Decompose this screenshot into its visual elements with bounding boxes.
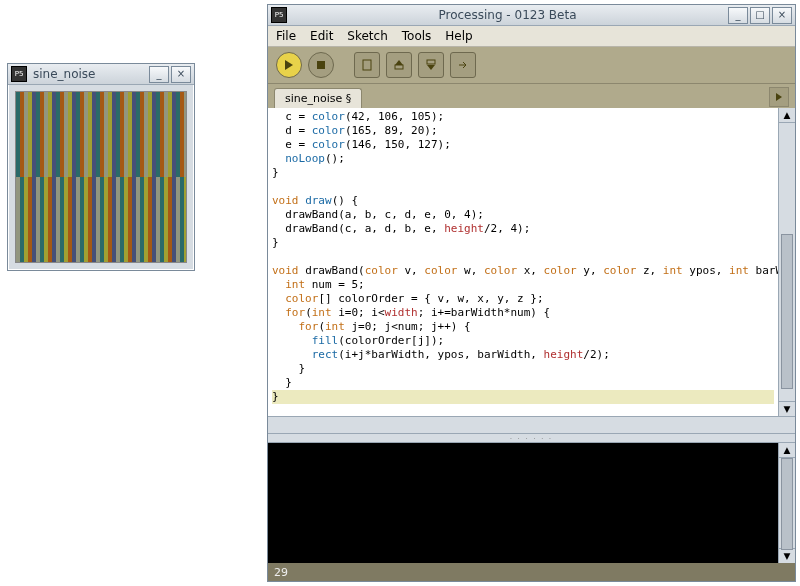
editor-scrollbar[interactable]: ▲ ▼ <box>778 108 795 416</box>
sketch-output-window: P5 sine_noise _ × <box>7 63 195 271</box>
scroll-thumb[interactable] <box>781 458 793 550</box>
menu-file[interactable]: File <box>276 29 296 43</box>
scroll-thumb[interactable] <box>781 234 793 389</box>
play-icon <box>284 60 294 70</box>
save-icon <box>425 59 437 71</box>
svg-rect-1 <box>317 61 325 69</box>
minimize-button[interactable]: _ <box>149 66 169 83</box>
export-button[interactable] <box>450 52 476 78</box>
run-button[interactable] <box>276 52 302 78</box>
tab-bar: sine_noise § <box>268 84 795 108</box>
tab-sine-noise[interactable]: sine_noise § <box>274 88 362 108</box>
close-button[interactable]: × <box>772 7 792 24</box>
menu-tools[interactable]: Tools <box>402 29 432 43</box>
editor-hscrollbar[interactable] <box>268 416 795 433</box>
open-icon <box>393 59 405 71</box>
status-line-number: 29 <box>274 566 288 579</box>
new-button[interactable] <box>354 52 380 78</box>
status-bar: 29 <box>268 563 795 581</box>
processing-ide-window: P5 Processing - 0123 Beta _ □ × File Edi… <box>267 4 796 582</box>
svg-rect-2 <box>363 60 371 70</box>
ide-titlebar[interactable]: P5 Processing - 0123 Beta _ □ × <box>268 5 795 26</box>
code-editor[interactable]: c = color(42, 106, 105); d = color(165, … <box>268 108 778 416</box>
console[interactable] <box>268 443 778 563</box>
sketch-title: sine_noise <box>31 67 145 81</box>
scroll-track[interactable] <box>779 123 795 401</box>
stop-button[interactable] <box>308 52 334 78</box>
console-scrollbar[interactable]: ▲ ▼ <box>778 443 795 563</box>
splitter[interactable]: . . . . . . <box>268 433 795 443</box>
ide-title: Processing - 0123 Beta <box>291 8 724 22</box>
menubar: File Edit Sketch Tools Help <box>268 26 795 47</box>
scroll-down-icon[interactable]: ▼ <box>779 401 795 416</box>
sketch-canvas <box>15 91 187 263</box>
stop-icon <box>316 60 326 70</box>
arrow-right-icon <box>774 92 784 102</box>
tab-menu-button[interactable] <box>769 87 789 107</box>
menu-edit[interactable]: Edit <box>310 29 333 43</box>
export-icon <box>457 59 469 71</box>
scroll-down-icon[interactable]: ▼ <box>779 548 795 563</box>
processing-icon: P5 <box>11 66 27 82</box>
svg-marker-0 <box>285 60 293 70</box>
svg-marker-3 <box>395 60 403 65</box>
svg-rect-5 <box>427 60 435 64</box>
open-button[interactable] <box>386 52 412 78</box>
save-button[interactable] <box>418 52 444 78</box>
svg-marker-7 <box>776 93 782 101</box>
minimize-button[interactable]: _ <box>728 7 748 24</box>
svg-marker-6 <box>427 65 435 70</box>
code-text[interactable]: c = color(42, 106, 105); d = color(165, … <box>272 110 774 416</box>
scroll-track[interactable] <box>779 458 795 548</box>
maximize-button[interactable]: □ <box>750 7 770 24</box>
processing-icon: P5 <box>271 7 287 23</box>
close-button[interactable]: × <box>171 66 191 83</box>
scroll-up-icon[interactable]: ▲ <box>779 443 795 458</box>
sketch-titlebar[interactable]: P5 sine_noise _ × <box>8 64 194 85</box>
toolbar <box>268 47 795 84</box>
new-icon <box>361 59 373 71</box>
menu-help[interactable]: Help <box>445 29 472 43</box>
menu-sketch[interactable]: Sketch <box>347 29 387 43</box>
svg-rect-4 <box>395 65 403 69</box>
editor-area: c = color(42, 106, 105); d = color(165, … <box>268 108 795 416</box>
scroll-up-icon[interactable]: ▲ <box>779 108 795 123</box>
